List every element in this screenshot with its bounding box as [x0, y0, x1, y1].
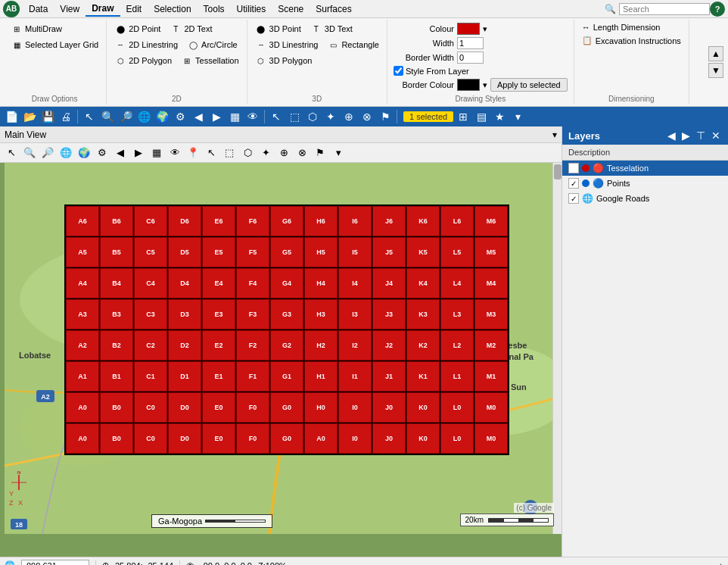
toolbar-eye[interactable]: 👁 [244, 108, 261, 125]
grid-cell[interactable]: J4 [372, 268, 406, 298]
grid-cell[interactable]: B1 [100, 361, 133, 392]
grid-cell[interactable]: G5 [270, 237, 303, 267]
map-title-dropdown[interactable]: ▾ [552, 130, 557, 140]
2d-point-button[interactable]: ⬤ 2D Point [111, 21, 163, 36]
grid-cell[interactable]: E3 [202, 299, 235, 329]
menu-utilities[interactable]: Utilities [231, 2, 272, 16]
grid-cell[interactable]: H6 [304, 206, 338, 236]
nav-select3[interactable]: ✦ [257, 145, 274, 161]
grid-cell[interactable]: H3 [304, 299, 338, 329]
nav-select2[interactable]: ⬡ [239, 145, 256, 161]
grid-cell[interactable]: M0 [474, 423, 508, 454]
status-zoom-out[interactable]: − [708, 561, 712, 566]
grid-cell[interactable]: C4 [134, 268, 167, 298]
grid-cell[interactable]: A3 [66, 299, 99, 329]
apply-to-selected-button[interactable]: Apply to selected [490, 78, 568, 92]
3d-polygon-button[interactable]: ⬡ 3D Polygon [252, 53, 316, 68]
grid-cell[interactable]: J1 [372, 361, 406, 392]
toolbar-select3[interactable]: ⊕ [341, 108, 357, 125]
search-input[interactable] [619, 3, 710, 15]
layer-check-points[interactable] [568, 178, 579, 189]
grid-cell[interactable]: B0 [100, 392, 133, 423]
nav-settings[interactable]: ⚙ [94, 145, 110, 161]
grid-cell[interactable]: M3 [474, 299, 508, 329]
tessellation-button[interactable]: ⊞ Tessellation [178, 53, 241, 68]
toolbar-nav-next[interactable]: ▶ [208, 108, 225, 125]
3d-point-button[interactable]: ⬤ 3D Point [252, 21, 304, 36]
grid-cell[interactable]: E4 [202, 268, 235, 298]
grid-cell[interactable]: A1 [66, 361, 99, 392]
grid-cell[interactable]: K1 [406, 361, 440, 392]
grid-cell[interactable]: M1 [474, 361, 508, 392]
grid-cell[interactable]: D3 [168, 299, 201, 329]
grid-cell[interactable]: F0 [236, 392, 269, 423]
toolbar-extra2[interactable]: ▤ [473, 108, 490, 125]
toolbar-new[interactable]: 📄 [3, 108, 20, 125]
grid-cell[interactable]: I6 [338, 206, 372, 236]
grid-cell[interactable]: J3 [372, 299, 406, 329]
layer-item-tesselation[interactable]: 🔴 Tesselation [562, 161, 728, 176]
grid-cell[interactable]: C5 [134, 237, 167, 267]
border-colour-picker[interactable] [457, 79, 480, 91]
grid-cell[interactable]: I5 [338, 237, 372, 267]
grid-cell[interactable]: D1 [168, 361, 201, 392]
colour-picker[interactable] [457, 23, 480, 35]
grid-cell[interactable]: J0 [372, 423, 406, 454]
grid-cell[interactable]: H4 [304, 268, 338, 298]
menu-selection[interactable]: Selection [148, 2, 197, 16]
nav-zoom-in[interactable]: 🔍 [21, 145, 38, 161]
grid-cell[interactable]: H2 [304, 330, 338, 361]
toolbar-zoom-in[interactable]: 🔍 [99, 108, 116, 125]
nav-globe2[interactable]: 🌍 [76, 145, 92, 161]
grid-cell[interactable]: J6 [372, 206, 406, 236]
grid-cell[interactable]: A0 [66, 423, 99, 454]
menu-view[interactable]: View [54, 2, 86, 16]
status-zoom-in[interactable]: + [719, 561, 723, 566]
menu-draw[interactable]: Draw [86, 2, 120, 17]
toolbar-extra3[interactable]: ★ [491, 108, 508, 125]
grid-cell[interactable]: D0 [168, 423, 201, 454]
grid-cell[interactable]: D4 [168, 268, 201, 298]
style-from-layer-checkbox[interactable] [394, 66, 403, 76]
ribbon-scroll-down[interactable]: ▼ [708, 63, 723, 78]
toolbar-print[interactable]: 🖨 [58, 108, 74, 125]
grid-cell[interactable]: F0 [236, 423, 269, 454]
menu-scene[interactable]: Scene [272, 2, 310, 16]
grid-cell[interactable]: A0 [66, 392, 99, 423]
grid-cell[interactable]: G0 [270, 423, 303, 454]
grid-cell[interactable]: H0 [304, 392, 338, 423]
selected-layer-button[interactable]: ▦ Selected Layer Grid [8, 37, 101, 52]
nav-select5[interactable]: ⊗ [294, 145, 310, 161]
2d-text-button[interactable]: T 2D Text [166, 21, 215, 36]
layers-back-btn[interactable]: ◀ [666, 130, 677, 142]
grid-cell[interactable]: G0 [270, 392, 303, 423]
grid-cell[interactable]: L5 [440, 237, 474, 267]
toolbar-select-rect[interactable]: ⬚ [286, 108, 303, 125]
grid-cell[interactable]: L0 [440, 423, 474, 454]
toolbar-cursor[interactable]: ↖ [81, 108, 98, 125]
toolbar-nav-prev[interactable]: ◀ [190, 108, 207, 125]
menu-edit[interactable]: Edit [120, 2, 148, 16]
grid-cell[interactable]: B0 [100, 423, 133, 454]
toolbar-extra1[interactable]: ⊞ [455, 108, 471, 125]
grid-cell[interactable]: B6 [100, 206, 133, 236]
grid-cell[interactable]: E1 [202, 361, 235, 392]
grid-overlay[interactable]: A6B6C6D6E6F6G6H6I6J6K6L6M6A5B5C5D5E5F5G5… [64, 204, 509, 455]
toolbar-grid[interactable]: ▦ [226, 108, 243, 125]
grid-cell[interactable]: F1 [236, 361, 269, 392]
nav-select4[interactable]: ⊕ [275, 145, 292, 161]
grid-cell[interactable]: A4 [66, 268, 99, 298]
width-input[interactable] [457, 37, 484, 49]
grid-cell[interactable]: C3 [134, 299, 167, 329]
2d-polygon-button[interactable]: ⬡ 2D Polygon [111, 53, 175, 68]
length-dimension-button[interactable]: ↔ Length Dimension [579, 21, 684, 33]
grid-cell[interactable]: D2 [168, 330, 201, 361]
grid-cell[interactable]: K3 [406, 299, 440, 329]
toolbar-save[interactable]: 💾 [39, 108, 56, 125]
grid-cell[interactable]: F3 [236, 299, 269, 329]
nav-next[interactable]: ▶ [130, 145, 147, 161]
grid-cell[interactable]: C1 [134, 361, 167, 392]
toolbar-globe2[interactable]: 🌍 [154, 108, 170, 125]
grid-cell[interactable]: M5 [474, 237, 508, 267]
coord-input[interactable] [21, 560, 89, 566]
